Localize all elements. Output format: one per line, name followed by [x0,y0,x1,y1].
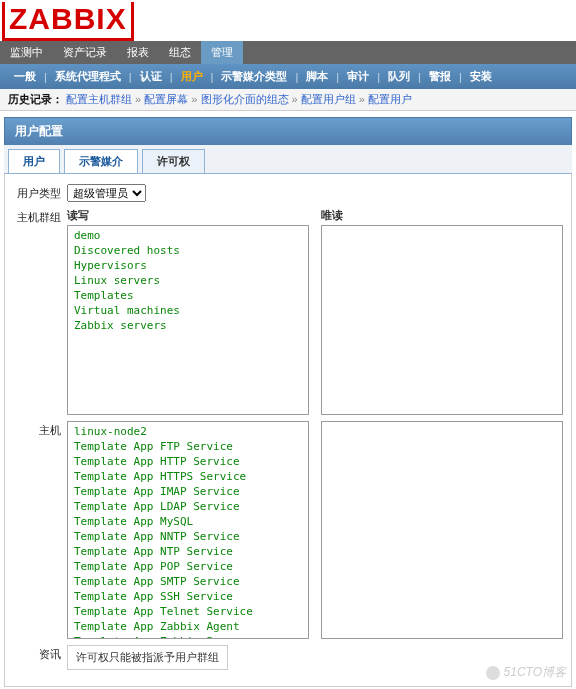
host-groups-ro-list[interactable] [322,226,562,414]
list-item[interactable]: Template App HTTPS Service [70,469,306,484]
breadcrumb-item[interactable]: 配置用户 [368,93,412,105]
primary-nav-item[interactable]: 监测中 [0,41,53,64]
breadcrumb-arrow-icon: » [289,93,301,105]
list-item[interactable]: Template App NNTP Service [70,529,306,544]
list-item[interactable]: demo [70,228,306,243]
list-item[interactable]: Template App SMTP Service [70,574,306,589]
list-item[interactable]: Zabbix servers [70,318,306,333]
list-item[interactable]: Template App Telnet Service [70,604,306,619]
secondary-nav-item[interactable]: 示警媒介类型 [213,67,295,86]
secondary-nav-item[interactable]: 审计 [339,67,377,86]
primary-nav-item[interactable]: 组态 [159,41,201,64]
secondary-nav-item[interactable]: 脚本 [298,67,336,86]
list-item[interactable]: Template App NTP Service [70,544,306,559]
list-item[interactable]: Template App POP Service [70,559,306,574]
breadcrumb-item[interactable]: 图形化介面的组态 [201,93,289,105]
secondary-nav-item[interactable]: 认证 [132,67,170,86]
breadcrumb-arrow-icon: » [132,93,144,105]
zabbix-logo: ZABBIX [2,2,134,41]
list-item[interactable]: Hypervisors [70,258,306,273]
list-item[interactable]: Template App LDAP Service [70,499,306,514]
read-only-header: 唯读 [321,208,563,223]
primary-nav-item[interactable]: 管理 [201,41,243,64]
list-item[interactable]: linux-node2 [70,424,306,439]
secondary-nav-item[interactable]: 用户 [173,67,211,86]
primary-nav: 监测中资产记录报表组态管理 [0,41,576,64]
list-item[interactable]: Template App MySQL [70,514,306,529]
secondary-nav-item[interactable]: 警报 [421,67,459,86]
hosts-rw-list[interactable]: linux-node2Template App FTP ServiceTempl… [68,422,308,638]
list-item[interactable]: Template App Zabbix Proxy [70,634,306,638]
tab-item[interactable]: 许可权 [142,149,205,173]
user-type-label: 用户类型 [13,184,67,201]
list-item[interactable]: Discovered hosts [70,243,306,258]
primary-nav-item[interactable]: 报表 [117,41,159,64]
list-item[interactable]: Template App HTTP Service [70,454,306,469]
list-item[interactable]: Template App SSH Service [70,589,306,604]
hosts-label: 主机 [13,421,67,438]
secondary-nav: 一般 | 系统代理程式 | 认证 | 用户 | 示警媒介类型 | 脚本 | 审计… [0,64,576,89]
list-item[interactable]: Linux servers [70,273,306,288]
list-item[interactable]: Template App Zabbix Agent [70,619,306,634]
info-note: 许可权只能被指派予用户群组 [67,645,228,670]
list-item[interactable]: Templates [70,288,306,303]
permissions-form: 用户类型 超级管理员 主机群组 读写 demoDiscovered hostsH… [4,174,572,687]
secondary-nav-item[interactable]: 安装 [462,67,500,86]
secondary-nav-item[interactable]: 队列 [380,67,418,86]
breadcrumb-item[interactable]: 配置主机群组 [66,93,132,105]
secondary-nav-item[interactable]: 系统代理程式 [47,67,129,86]
host-groups-rw-list[interactable]: demoDiscovered hostsHypervisorsLinux ser… [68,226,308,414]
history-label: 历史记录： [8,93,63,105]
user-type-select[interactable]: 超级管理员 [67,184,146,202]
breadcrumb-arrow-icon: » [356,93,368,105]
breadcrumb-item[interactable]: 配置屏幕 [144,93,188,105]
list-item[interactable]: Template App FTP Service [70,439,306,454]
list-item[interactable]: Template App IMAP Service [70,484,306,499]
tab-row: 用户示警媒介许可权 [4,145,572,174]
read-write-header: 读写 [67,208,309,223]
watermark: 51CTO博客 [486,664,566,681]
primary-nav-item[interactable]: 资产记录 [53,41,117,64]
whale-icon [486,666,500,680]
tab-item[interactable]: 示警媒介 [64,149,138,173]
list-item[interactable]: Virtual machines [70,303,306,318]
hosts-ro-list[interactable] [322,422,562,638]
breadcrumb: 历史记录： 配置主机群组 » 配置屏幕 » 图形化介面的组态 » 配置用户组 »… [0,89,576,111]
info-label: 资讯 [13,645,67,662]
breadcrumb-arrow-icon: » [188,93,200,105]
tab-item[interactable]: 用户 [8,149,60,173]
host-group-label: 主机群组 [13,208,67,225]
secondary-nav-item[interactable]: 一般 [6,67,44,86]
breadcrumb-item[interactable]: 配置用户组 [301,93,356,105]
page-title: 用户配置 [4,117,572,145]
